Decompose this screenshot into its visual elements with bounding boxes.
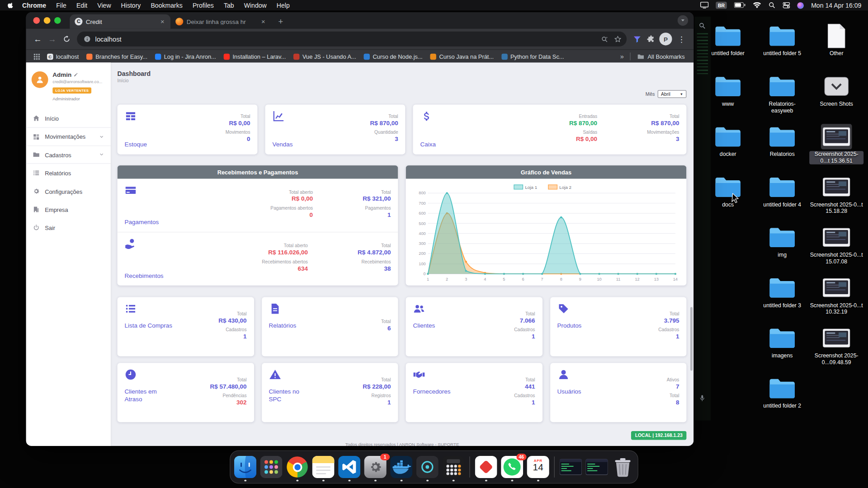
menu-clock[interactable]: Mon 14 Apr 16:09	[811, 2, 861, 9]
bookmarks-overflow-icon[interactable]: »	[616, 52, 627, 60]
menu-history[interactable]: History	[116, 2, 146, 9]
card-title-fornecedores[interactable]: Fornecedores	[413, 388, 450, 395]
bookmark-python-for-data-sc[interactable]: Python for Data Sc...	[498, 52, 568, 61]
card-title-vendas[interactable]: Vendas	[273, 141, 293, 149]
card-title-clientes-em-atraso[interactable]: Clientes em Atraso	[125, 388, 157, 403]
desktop-icon-docs[interactable]: docs	[701, 173, 755, 223]
dock-window-thumb-icon[interactable]	[560, 456, 582, 478]
edit-pencil-icon[interactable]	[74, 72, 78, 77]
sidebar-item-configuracoes[interactable]: Configurações	[26, 182, 111, 200]
tab-search-button[interactable]	[678, 15, 688, 26]
close-tab-icon[interactable]: ×	[160, 18, 165, 25]
dock-media-icon[interactable]	[416, 456, 439, 478]
card-title-usuarios[interactable]: Usuários	[557, 388, 581, 395]
dock-notes-icon[interactable]	[312, 456, 335, 478]
desktop-icon-screenshot-2025-0-t-10-32-19[interactable]: Screenshot 2025-0...t 10.32.19	[809, 274, 863, 324]
address-bar[interactable]: localhost	[77, 32, 627, 47]
dock-chrome-icon[interactable]	[286, 456, 308, 478]
wifi-icon[interactable]	[753, 2, 761, 9]
card-title-clientes[interactable]: Clientes	[413, 322, 435, 330]
browser-menu-icon[interactable]: ⋮	[674, 35, 689, 44]
close-window-button[interactable]	[33, 17, 40, 24]
desktop-icon-img[interactable]: img	[755, 224, 809, 274]
card-title-lista-de-compras[interactable]: Lista de Compras	[125, 322, 173, 330]
display-icon[interactable]	[700, 2, 708, 9]
tab-deixar-linha[interactable]: Deixar linha grossa hr ×	[170, 14, 271, 29]
desktop-icon-screen-shots[interactable]: Screen Shots	[809, 72, 863, 122]
legend-loja-2[interactable]: Loja 2	[548, 185, 571, 190]
menu-profiles[interactable]: Profiles	[188, 2, 219, 9]
desktop-icon-untitled-folder-4[interactable]: untitled folder 4	[755, 173, 809, 223]
sidebar-item-inicio[interactable]: Início	[26, 109, 111, 127]
siri-icon[interactable]	[797, 2, 804, 9]
profile-avatar[interactable]: P	[659, 33, 672, 45]
forward-button[interactable]: →	[45, 32, 59, 46]
sidebar-item-relatorios[interactable]: Relatórios	[26, 164, 111, 182]
dock-docker-icon[interactable]	[390, 456, 412, 478]
dock-trash-icon[interactable]	[612, 456, 634, 478]
card-title-clientes-no-spc[interactable]: Clientes no SPC	[269, 388, 299, 403]
input-source-badge[interactable]: BR	[716, 2, 727, 9]
spotlight-search-icon[interactable]	[769, 2, 776, 9]
sidebar-item-movimentacoes[interactable]: Movimentações	[26, 127, 111, 145]
battery-icon[interactable]	[734, 2, 746, 8]
new-tab-button[interactable]: +	[274, 14, 288, 28]
menu-view[interactable]: View	[92, 2, 116, 9]
bookmark-curso-de-node-js[interactable]: Curso de Node.js...	[360, 52, 426, 61]
site-info-icon[interactable]	[84, 35, 91, 42]
desktop-icon-relatorios-easyweb[interactable]: Relatorios-easyweb	[755, 72, 809, 122]
dock-finder-icon[interactable]	[234, 456, 256, 478]
dock-settings-icon[interactable]: 1	[364, 456, 387, 478]
bookmark-localhost[interactable]: Clocalhost	[43, 52, 83, 61]
bookmark-curso-java-na-pr-t[interactable]: Curso Java na Prát...	[426, 52, 498, 61]
extension-funnel-icon[interactable]	[630, 32, 644, 46]
back-button[interactable]: ←	[30, 32, 45, 46]
bookmark-branches-for-easy[interactable]: Branches for Easy...	[83, 52, 151, 61]
dock-vscode-icon[interactable]	[338, 456, 360, 478]
desktop-icon-screenshot-2025-0-t-15-18-28[interactable]: Screenshot 2025-0...t 15.18.28	[809, 173, 863, 223]
sidebar-item-sair[interactable]: Sair	[26, 219, 111, 237]
bookmark-star-icon[interactable]	[612, 33, 624, 45]
desktop-icon-screenshot-2025-0-t-15-07-08[interactable]: Screenshot 2025-0...t 15.07.08	[809, 224, 863, 274]
month-select[interactable]: Abril ▼	[658, 90, 687, 98]
bookmark-installation-larav[interactable]: Installation – Larav...	[220, 52, 289, 61]
apps-grid-icon[interactable]	[30, 53, 43, 60]
dock-calculator-icon[interactable]	[442, 456, 464, 478]
control-center-icon[interactable]	[783, 2, 790, 9]
card-title-estoque[interactable]: Estoque	[125, 141, 147, 149]
menu-help[interactable]: Help	[272, 2, 295, 9]
menu-edit[interactable]: Edit	[71, 2, 92, 9]
extensions-puzzle-icon[interactable]	[644, 32, 658, 46]
search-lens-icon[interactable]	[599, 33, 611, 45]
minimize-window-button[interactable]	[44, 17, 51, 24]
menu-bookmarks[interactable]: Bookmarks	[146, 2, 187, 9]
apple-menu[interactable]	[0, 2, 17, 9]
desktop-icon-docker[interactable]: docker	[701, 123, 755, 173]
desktop-icon-screenshot-2025-0-09-48-59[interactable]: Screenshot 2025-0...09.48.59	[809, 324, 863, 375]
menu-window[interactable]: Window	[239, 2, 272, 9]
desktop-icon-relatorios[interactable]: Relatorios	[755, 123, 809, 173]
desktop-icon-untitled-folder-2[interactable]: untitled folder 2	[755, 375, 809, 425]
dock-window-thumb-icon[interactable]	[586, 456, 608, 478]
desktop-icon-imagens[interactable]: imagens	[755, 324, 809, 375]
desktop-icon-untitled-folder-3[interactable]: untitled folder 3	[755, 274, 809, 324]
desktop-icon-other[interactable]: Other	[809, 22, 863, 72]
card-title-produtos[interactable]: Produtos	[557, 322, 581, 330]
tab-credit[interactable]: C Credit ×	[70, 14, 170, 29]
dock-calendar-icon[interactable]: APR14	[527, 456, 549, 478]
sidebar-item-empresa[interactable]: Empresa	[26, 200, 111, 218]
desktop-icon-untitled-folder-5[interactable]: untitled folder 5	[755, 22, 809, 72]
card-title-caixa[interactable]: Caixa	[420, 141, 436, 149]
bookmark-log-in-jira-anron[interactable]: Log in - Jira Anron...	[151, 52, 220, 61]
desktop-icon-untitled-folder[interactable]: untitled folder	[701, 22, 755, 72]
menu-file[interactable]: File	[51, 2, 71, 9]
dock-whatsapp-icon[interactable]: 46	[501, 456, 523, 478]
desktop-icon-www[interactable]: www	[701, 72, 755, 122]
menu-app-name[interactable]: Chrome	[17, 2, 51, 9]
card-title-recebimentos[interactable]: Recebimentos	[125, 272, 164, 280]
legend-loja-1[interactable]: Loja 1	[514, 185, 537, 190]
dock-red-app-icon[interactable]	[475, 456, 497, 478]
bookmark-vue-js-usando-a[interactable]: Vue JS - Usando A...	[290, 52, 360, 61]
reload-button[interactable]	[59, 32, 74, 46]
dock-launchpad-icon[interactable]	[260, 456, 283, 478]
